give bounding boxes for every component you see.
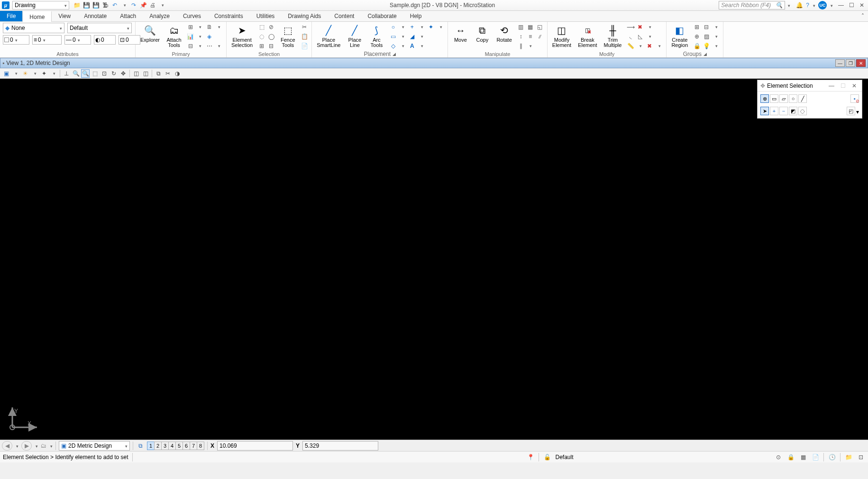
grid-icon[interactable]: ▦	[799, 453, 807, 461]
rect-icon[interactable]: ▭	[389, 32, 397, 41]
plus-dropdown[interactable]	[417, 23, 426, 31]
modify-dd1[interactable]	[645, 23, 654, 31]
fit-view-icon[interactable]: ⊡	[100, 69, 109, 78]
bulb-dd[interactable]	[712, 42, 720, 50]
clip-mask-icon[interactable]: ◑	[173, 69, 182, 78]
angle-icon[interactable]: ◢	[408, 32, 416, 41]
scissors-icon[interactable]: ✂	[300, 23, 309, 31]
print-dropdown[interactable]	[158, 1, 166, 9]
view-close-button[interactable]: ✕	[856, 59, 866, 67]
measure-icon[interactable]: 📏	[626, 42, 635, 50]
method-shape-button[interactable]: ▱	[779, 94, 788, 103]
break-element-button[interactable]: ◫✖Break Element	[576, 23, 599, 49]
modify-dd2[interactable]	[645, 32, 654, 41]
modify-dd3[interactable]	[636, 42, 644, 50]
tab-content[interactable]: Content	[328, 11, 361, 21]
undo-dropdown[interactable]	[120, 1, 128, 9]
rotate-view-icon[interactable]: ↻	[110, 69, 118, 78]
move-button[interactable]: ↔Move	[451, 23, 470, 44]
x-coord-input[interactable]: 10.069	[217, 441, 293, 451]
copy-clip-icon[interactable]: 📋	[300, 32, 309, 41]
zoom-out-icon[interactable]: 🔍	[72, 69, 80, 78]
maximize-button[interactable]: ☐	[847, 1, 856, 9]
parallel-icon[interactable]: ∥	[517, 42, 525, 50]
model-selector[interactable]: ▣2D Metric Design	[59, 441, 130, 451]
del-red-icon[interactable]: ✖	[645, 42, 654, 50]
dgn-file-icon[interactable]: 📁	[844, 453, 853, 461]
zoom-in-icon[interactable]: 🔍	[81, 69, 90, 78]
running-coord-icon[interactable]: 📍	[526, 453, 535, 461]
properties-dropdown[interactable]	[196, 42, 204, 50]
transparency-combo[interactable]: ◐0	[94, 35, 116, 45]
manip-dropdown[interactable]	[526, 42, 535, 50]
element-selection-button[interactable]: ➤ Element Selection	[229, 23, 255, 49]
ribbon-collapse-button[interactable]: ˄	[858, 11, 868, 21]
dialog-launcher-icon[interactable]: ◢	[704, 52, 707, 56]
lock-icon[interactable]: 🔓	[543, 453, 551, 461]
spark-icon[interactable]: ✦	[427, 23, 435, 31]
select-all-icon[interactable]: ⬚	[257, 23, 266, 31]
chamfer-icon[interactable]: ◺	[636, 32, 644, 41]
view-attributes-icon[interactable]: ▣	[2, 69, 10, 78]
array-icon[interactable]: ▦	[526, 23, 535, 31]
angle-dropdown[interactable]	[417, 32, 426, 41]
element-selection-palette[interactable]: ✥ Element Selection — ☐ ✕ ⊕ ▭ ▱ ○ ╱ ▪⊘ ➤…	[757, 80, 862, 119]
method-individual-button[interactable]: ⊕	[760, 94, 769, 103]
bulb-icon[interactable]: 💡	[702, 42, 711, 50]
color-combo[interactable]: 0	[3, 35, 29, 45]
view-num-4[interactable]: 4	[168, 442, 176, 450]
add-to-group-icon[interactable]: ⊕	[693, 32, 701, 41]
history-dd[interactable]	[49, 442, 53, 449]
save-icon[interactable]: 💾	[82, 1, 90, 9]
adjust-brightness-icon[interactable]: ✦	[40, 69, 48, 78]
models-icon[interactable]: ⊞	[186, 23, 195, 31]
compress-icon[interactable]: 🗜	[101, 1, 109, 9]
view-attr-dd[interactable]	[11, 69, 20, 78]
tab-drawing-aids[interactable]: Drawing Aids	[281, 11, 328, 21]
explorer-button[interactable]: 🔍 Explorer	[138, 23, 162, 44]
create-region-button[interactable]: ◧Create Region	[669, 23, 690, 49]
linestyle-combo[interactable]: Default	[67, 23, 132, 33]
mode-add-button[interactable]: +	[770, 107, 778, 115]
select-by-attr-icon[interactable]: ◌	[257, 32, 266, 41]
shape-dropdown[interactable]	[398, 42, 407, 50]
delete-icon[interactable]: ✖	[636, 23, 644, 31]
method-line-button[interactable]: ╱	[798, 94, 807, 103]
tab-constraints[interactable]: Constraints	[208, 11, 250, 21]
display-style-icon[interactable]: ☀	[21, 69, 29, 78]
method-circle-button[interactable]: ○	[789, 94, 797, 103]
tab-utilities[interactable]: Utilities	[250, 11, 282, 21]
user-badge[interactable]: UC	[818, 1, 827, 9]
level-display-icon[interactable]: ◈	[205, 32, 214, 41]
view-num-3[interactable]: 3	[161, 442, 169, 450]
palette-minimize-button[interactable]: —	[827, 83, 836, 89]
drawing-canvas[interactable]: Y X ✥ Element Selection — ☐ ✕ ⊕ ▭ ▱ ○ ╱ …	[0, 79, 868, 440]
nav-forward-dd[interactable]	[35, 442, 38, 449]
close-button[interactable]: ✕	[858, 1, 866, 9]
modify-element-button[interactable]: ◫Modify Element	[550, 23, 573, 49]
mirror-icon[interactable]: ▥	[517, 23, 525, 31]
properties-icon[interactable]: ⊟	[186, 42, 195, 50]
rotate-button[interactable]: ⟲Rotate	[494, 23, 513, 44]
fillet-icon[interactable]: ◟	[626, 32, 635, 41]
more-icon[interactable]: ⋯	[205, 42, 214, 50]
rect-dropdown[interactable]	[398, 32, 407, 41]
fence-status-icon[interactable]: ⊡	[857, 453, 865, 461]
view-num-7[interactable]: 7	[190, 442, 197, 450]
hatch-icon[interactable]: ▨	[702, 32, 711, 41]
level-manager-icon[interactable]: 📊	[186, 32, 195, 41]
paste-icon[interactable]: 📄	[300, 42, 309, 50]
references-icon[interactable]: 🗎	[205, 23, 214, 31]
user-dropdown[interactable]	[830, 2, 833, 9]
group-dd[interactable]	[712, 23, 720, 31]
align-icon[interactable]: ≡	[526, 32, 535, 41]
text-dropdown[interactable]	[417, 42, 426, 50]
extend-icon[interactable]: ⟶	[626, 23, 635, 31]
hatch-dd[interactable]	[712, 32, 720, 41]
palette-titlebar[interactable]: ✥ Element Selection — ☐ ✕	[758, 80, 862, 92]
nav-forward-button[interactable]: ▶	[21, 441, 32, 451]
window-area-icon[interactable]: ⬚	[91, 69, 99, 78]
view-prev-icon[interactable]: ◫	[132, 69, 140, 78]
save-settings-icon[interactable]: 💾	[92, 1, 100, 9]
design-history-icon[interactable]: 🕓	[828, 453, 836, 461]
